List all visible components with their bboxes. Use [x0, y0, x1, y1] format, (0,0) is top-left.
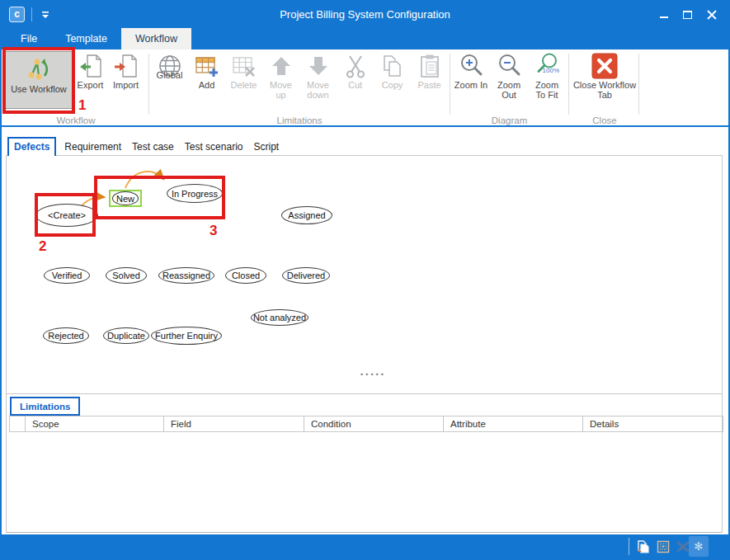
export-label: Export: [78, 80, 104, 90]
column-header-field[interactable]: Field: [164, 416, 304, 431]
ribbon-separator: [568, 54, 569, 115]
state-node-delivered[interactable]: Delivered: [282, 267, 330, 284]
add-label: Add: [199, 80, 215, 90]
column-header-attribute[interactable]: Attribute: [444, 416, 583, 431]
paste-button: Paste: [411, 49, 448, 90]
ribbon-tab-workflow[interactable]: Workflow: [121, 28, 191, 49]
workflow-diagram-canvas[interactable]: <Create> New In Progress Assigned Verifi…: [6, 155, 723, 394]
zoom-to-fit-button[interactable]: 100% Zoom To Fit: [528, 49, 566, 100]
pages-status-icon[interactable]: [635, 539, 650, 554]
delete-table-icon: [231, 53, 257, 79]
tab-test-scenario[interactable]: Test scenario: [180, 139, 248, 156]
state-node-new[interactable]: New: [112, 191, 139, 205]
ribbon-tab-file[interactable]: File: [7, 28, 51, 49]
paste-label: Paste: [417, 80, 440, 90]
maximize-icon: [683, 11, 692, 19]
zoom-out-label: Zoom Out: [497, 80, 520, 100]
column-header-condition[interactable]: Condition: [304, 416, 444, 431]
minimize-button[interactable]: [652, 2, 676, 28]
use-workflow-button[interactable]: Use Workflow: [5, 51, 73, 109]
ribbon-group-limitations: Global Add: [151, 49, 448, 127]
zoom-out-icon: [496, 53, 522, 79]
ribbon-tab-template[interactable]: Template: [51, 28, 121, 49]
copy-label: Copy: [382, 80, 403, 90]
zoom-out-button[interactable]: Zoom Out: [490, 49, 528, 100]
state-node-solved[interactable]: Solved: [106, 267, 147, 284]
state-node-reassigned[interactable]: Reassigned: [158, 267, 214, 284]
statusbar-separator: [629, 538, 629, 555]
close-tab-icon: [591, 53, 618, 79]
zoom-to-fit-label: Zoom To Fit: [535, 80, 558, 100]
minimize-icon: [660, 16, 668, 18]
move-up-button: Move up: [262, 49, 299, 100]
state-node-in-progress[interactable]: In Progress: [167, 184, 223, 203]
close-button[interactable]: [699, 2, 723, 28]
state-node-create[interactable]: <Create>: [35, 204, 98, 227]
tab-limitations[interactable]: Limitations: [10, 397, 80, 416]
tab-test-case[interactable]: Test case: [127, 139, 179, 156]
limitations-grid-header: Scope Field Condition Attribute Details: [9, 416, 723, 432]
import-label: Import: [113, 80, 139, 90]
delete-button: Delete: [225, 49, 262, 90]
copy-icon: [379, 53, 406, 79]
import-icon: [113, 53, 139, 79]
add-button[interactable]: Add: [188, 49, 225, 90]
state-node-assigned[interactable]: Assigned: [281, 206, 332, 224]
ribbon-group-workflow: Use Workflow Export: [5, 49, 147, 127]
close-workflow-tab-button[interactable]: Close Workflow Tab: [572, 49, 638, 100]
import-button[interactable]: Import: [108, 49, 144, 90]
title-bar: c Project Billing System Configuration: [2, 2, 728, 28]
zoom-in-icon: [458, 53, 484, 79]
group-label-limitations: Limitations: [151, 115, 448, 125]
limitations-pane: Limitations Scope Field Condition Attrib…: [6, 394, 723, 533]
state-node-duplicate[interactable]: Duplicate: [103, 327, 149, 344]
app-window: c Project Billing System Configuration F…: [0, 0, 730, 560]
state-node-verified[interactable]: Verified: [44, 267, 90, 284]
group-label-workflow: Workflow: [5, 115, 147, 125]
export-button[interactable]: Export: [73, 49, 108, 90]
ribbon-group-diagram: Zoom In Zoom Out: [452, 49, 567, 127]
state-node-not-analyzed[interactable]: Not analyzed: [251, 309, 308, 326]
column-header-selector[interactable]: [10, 416, 26, 431]
document-tab-strip: Defects Requirement Test case Test scena…: [6, 135, 285, 156]
global-label-text: Global: [157, 70, 183, 80]
zoom-in-button[interactable]: Zoom In: [452, 49, 490, 90]
column-header-scope[interactable]: Scope: [26, 416, 164, 431]
cut-label: Cut: [348, 80, 362, 90]
close-icon: [707, 10, 717, 20]
status-bar: ✻: [2, 534, 728, 558]
state-node-closed[interactable]: Closed: [225, 267, 266, 284]
move-up-label: Move up: [270, 80, 292, 100]
ribbon-separator: [638, 54, 639, 115]
paste-icon: [417, 53, 443, 79]
grid-status-icon[interactable]: [656, 539, 671, 554]
transition-new-to-inprogress: [125, 172, 163, 188]
cut-button: Cut: [337, 49, 374, 90]
tab-script[interactable]: Script: [248, 139, 284, 156]
ribbon: Use Workflow Export: [2, 49, 728, 127]
move-up-icon: [268, 53, 294, 79]
ribbon-group-close: Close Workflow Tab Close: [571, 49, 638, 127]
snowflake-status-icon[interactable]: ✻: [689, 536, 709, 557]
use-workflow-label: Use Workflow: [11, 84, 67, 94]
export-icon: [78, 53, 104, 79]
column-header-details[interactable]: Details: [583, 416, 723, 431]
group-label-diagram: Diagram: [452, 115, 567, 125]
state-node-further-enquiry[interactable]: Further Enquiry: [151, 327, 222, 345]
state-node-rejected[interactable]: Rejected: [43, 327, 89, 344]
splitter-handle[interactable]: .....: [348, 364, 398, 378]
ribbon-separator: [450, 54, 450, 115]
zoom-level-badge: 100%: [543, 67, 559, 74]
maximize-button[interactable]: [676, 2, 699, 28]
move-down-button: Move down: [299, 49, 337, 100]
move-down-icon: [305, 53, 332, 79]
group-label-close: Close: [571, 115, 638, 125]
ribbon-separator: [148, 54, 149, 115]
global-button[interactable]: Global: [151, 49, 188, 80]
tab-requirement[interactable]: Requirement: [59, 139, 126, 156]
move-down-label: Move down: [307, 80, 329, 100]
scissors-icon: [342, 53, 369, 79]
tab-defects[interactable]: Defects: [7, 137, 56, 156]
zoom-in-label: Zoom In: [454, 80, 487, 90]
copy-button: Copy: [374, 49, 411, 90]
